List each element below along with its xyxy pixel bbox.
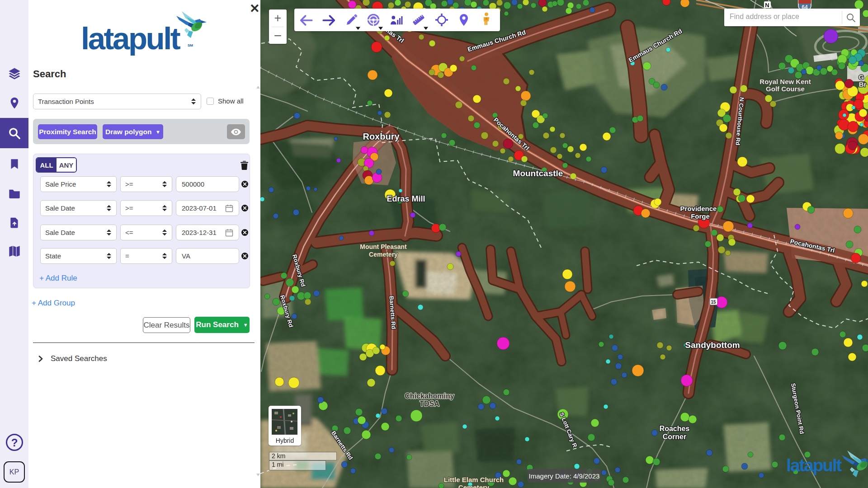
svg-text:Forge: Forge [691,212,710,220]
svg-text:Roxbury: Roxbury [363,131,400,141]
svg-text:Sandybottom: Sandybottom [685,340,740,350]
svg-text:N: N [765,2,769,9]
svg-text:Mount Pleasant: Mount Pleasant [360,243,407,250]
svg-text:Little Elam Church: Little Elam Church [444,476,504,483]
svg-text:Golf Course: Golf Course [766,85,805,93]
svg-text:Chickahominy: Chickahominy [405,392,454,400]
svg-text:G: G [859,73,864,81]
svg-text:TDSA: TDSA [420,400,439,408]
svg-text:Cemetery: Cemetery [458,483,490,488]
svg-text:Royal New Kent: Royal New Kent [760,78,811,85]
svg-text:Corner: Corner [663,433,686,441]
svg-text:Providence: Providence [680,205,717,212]
svg-text:Edras Mill: Edras Mill [387,194,425,203]
svg-text:15: 15 [711,300,716,305]
svg-text:Br: Br [859,80,867,88]
svg-text:Roaches: Roaches [660,425,690,432]
svg-text:Mountcastle: Mountcastle [513,169,563,178]
svg-text:Cemetery: Cemetery [369,251,398,258]
